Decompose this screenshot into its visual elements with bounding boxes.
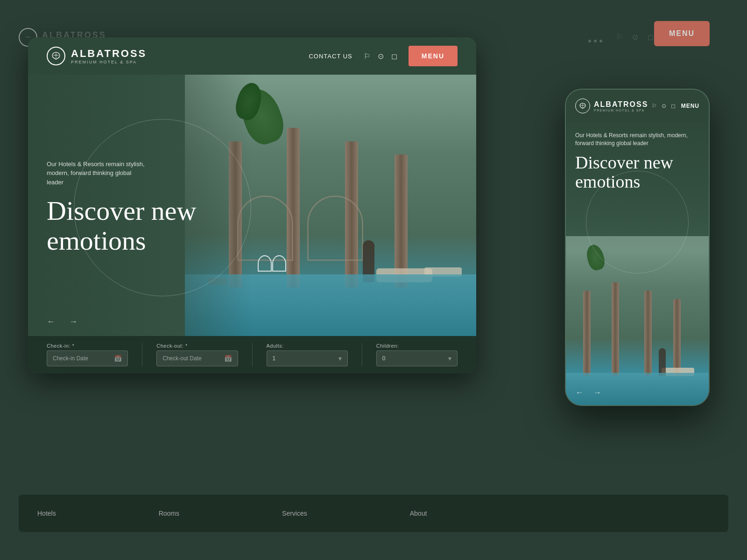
instagram-icon[interactable]: ◻ (391, 52, 397, 61)
hero-title-line2: emotions (47, 225, 146, 256)
mobile-hero-section: Our Hotels & Resorts remain stylish, mod… (566, 122, 709, 406)
adults-label: Adults: (267, 343, 348, 349)
prev-arrow[interactable]: ← (47, 317, 55, 327)
children-select[interactable]: 0 ▾ (376, 350, 458, 366)
checkout-label: Check-out: * (156, 343, 238, 349)
adults-value: 1 (273, 355, 276, 362)
mobile-tripadvisor-icon[interactable]: ⊙ (662, 103, 666, 110)
contact-us-link[interactable]: CONTACT US (309, 53, 352, 60)
bg-foursquare-icon: ⚐ (616, 33, 623, 42)
desktop-logo-text: ALBATROSS PREMIUM HOTEL & SPA (71, 48, 147, 64)
mobile-foursquare-icon[interactable]: ⚐ (652, 103, 657, 110)
adults-select[interactable]: 1 ▾ (267, 350, 348, 366)
children-label: Children: (376, 343, 458, 349)
desktop-nav-right: CONTACT US ⚐ ⊙ ◻ MENU (309, 46, 458, 66)
divider-3 (362, 343, 362, 366)
bg-tripadvisor-icon: ⊙ (632, 33, 638, 42)
children-value: 0 (382, 355, 386, 362)
mobile-person-silhouette (659, 348, 666, 376)
mobile-logo-name: ALBATROSS (594, 100, 648, 109)
desktop-hero-content: Our Hotels & Resorts remain stylish, mod… (28, 75, 230, 341)
mobile-nav-right: ⚐ ⊙ ◻ MENU (652, 103, 699, 110)
hero-title-line1: Discover new (47, 196, 197, 226)
children-chevron-icon: ▾ (448, 355, 451, 362)
mobile-hotel-scene (566, 236, 709, 406)
mobile-pillar-1 (583, 291, 591, 376)
desktop-hero-subtitle: Our Hotels & Resorts remain stylish, mod… (47, 160, 149, 187)
adults-field: Adults: 1 ▾ (267, 343, 348, 366)
adults-chevron-icon: ▾ (338, 355, 342, 362)
bg-bottom-item-2: Rooms (159, 510, 179, 517)
bg-bottom-bar: Hotels Rooms Services About (19, 495, 728, 532)
mobile-slider-arrows: ← → (575, 388, 601, 398)
divider-2 (252, 343, 253, 366)
desktop-logo-icon (47, 47, 65, 65)
mobile-social-icons: ⚐ ⊙ ◻ (652, 103, 676, 110)
mobile-title-line1: Discover new (575, 153, 673, 172)
mobile-instagram-icon[interactable]: ◻ (671, 103, 676, 110)
mobile-prev-arrow[interactable]: ← (575, 388, 584, 398)
slider-arrows: ← → (47, 317, 78, 327)
desktop-hero-section: Our Hotels & Resorts remain stylish, mod… (28, 75, 476, 341)
desktop-hero-title: Discover new emotions (47, 196, 211, 256)
checkout-placeholder: Check-out Date (162, 355, 201, 362)
desktop-logo: ALBATROSS PREMIUM HOTEL & SPA (47, 47, 147, 65)
mobile-logo-icon (575, 98, 590, 113)
dot-decoration (588, 40, 602, 42)
checkout-field: Check-out: * Check-out Date 📅 (156, 343, 238, 366)
mobile-logo-sub: PREMIUM HOTEL & SPA (594, 109, 648, 112)
bg-instagram-icon: ◻ (648, 33, 654, 42)
mobile-mockup: ALBATROSS PREMIUM HOTEL & SPA ⚐ ⊙ ◻ MENU (565, 89, 710, 406)
checkin-field: Check-in: * Check-in Date 📅 (47, 343, 128, 366)
desktop-booking-bar: Check-in: * Check-in Date 📅 Check-out: *… (28, 336, 476, 373)
mobile-menu-button[interactable]: MENU (681, 103, 699, 109)
desktop-menu-button[interactable]: MENU (409, 46, 458, 66)
arch-2 (307, 196, 363, 261)
tripadvisor-icon[interactable]: ⊙ (378, 52, 384, 61)
children-field: Children: 0 ▾ (376, 343, 458, 366)
bg-bottom-item-4: About (410, 510, 427, 517)
mobile-title-line2: emotions (575, 172, 640, 191)
desktop-mockup: ALBATROSS PREMIUM HOTEL & SPA CONTACT US… (28, 37, 476, 373)
checkin-label: Check-in: * (47, 343, 128, 349)
checkout-input[interactable]: Check-out Date 📅 (156, 350, 238, 366)
mobile-hero-subtitle: Our Hotels & Resorts remain stylish, mod… (575, 132, 699, 147)
mobile-pillar-3 (644, 291, 652, 376)
foursquare-icon[interactable]: ⚐ (364, 52, 370, 61)
bg-bottom-item-3: Services (282, 510, 307, 517)
chair-2 (272, 255, 286, 272)
pillar-4 (395, 154, 408, 287)
mobile-navbar: ALBATROSS PREMIUM HOTEL & SPA ⚐ ⊙ ◻ MENU (566, 90, 709, 122)
mobile-hero-image (566, 236, 709, 406)
chair-1 (258, 255, 272, 272)
checkin-calendar-icon: 📅 (114, 355, 122, 362)
checkin-input[interactable]: Check-in Date 📅 (47, 350, 128, 366)
checkin-placeholder: Check-in Date (53, 355, 88, 362)
bg-bottom-item-1: Hotels (37, 510, 56, 517)
mobile-pillar-2 (612, 282, 619, 376)
mobile-hero-title: Discover new emotions (575, 153, 699, 192)
checkout-calendar-icon: 📅 (224, 355, 232, 362)
desktop-navbar: ALBATROSS PREMIUM HOTEL & SPA CONTACT US… (28, 37, 476, 75)
desktop-logo-sub: PREMIUM HOTEL & SPA (71, 60, 147, 64)
desktop-social-icons: ⚐ ⊙ ◻ (364, 52, 397, 61)
mobile-next-arrow[interactable]: → (593, 388, 601, 398)
bg-menu-button[interactable]: MENU (654, 21, 710, 46)
bg-social-icons: ⚐ ⊙ ◻ (616, 33, 654, 42)
next-arrow[interactable]: → (69, 317, 78, 327)
pillar-2 (287, 128, 300, 287)
mobile-logo: ALBATROSS PREMIUM HOTEL & SPA (575, 98, 648, 113)
divider-1 (142, 343, 142, 366)
mobile-hero-content: Our Hotels & Resorts remain stylish, mod… (575, 132, 699, 192)
mobile-pillar-4 (673, 299, 681, 376)
desktop-logo-name: ALBATROSS (71, 48, 147, 60)
mobile-logo-text: ALBATROSS PREMIUM HOTEL & SPA (594, 100, 648, 112)
